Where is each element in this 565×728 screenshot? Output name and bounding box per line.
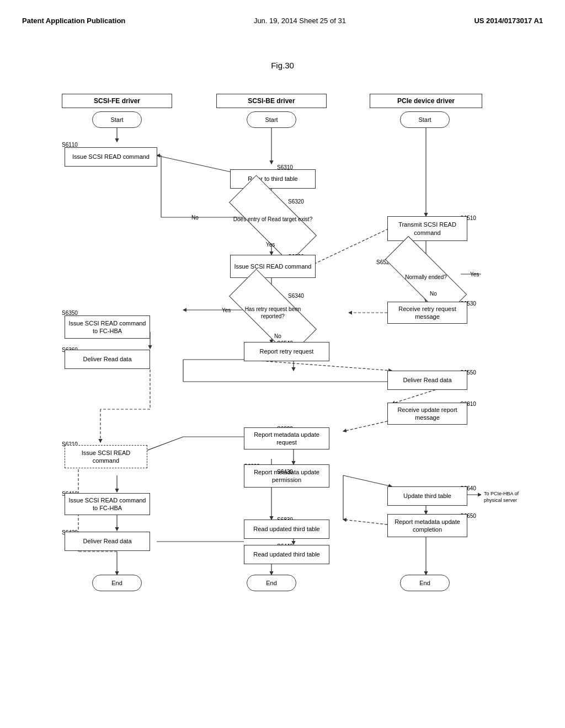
s6110-box: Issue SCSI READ command: [65, 147, 157, 167]
s6630-box: Report metadata update permission: [244, 464, 329, 488]
svg-line-19: [244, 360, 392, 371]
end-oval-2: End: [247, 575, 296, 591]
col-header-1: SCSI-FE driver: [62, 94, 172, 108]
s6210-box: Issue SCSI READ command: [65, 445, 147, 468]
page-header: Patent Application Publication Jun. 19, …: [22, 11, 543, 28]
end-oval-3: End: [400, 575, 450, 591]
s6330-box: Issue SCSI READ command: [230, 255, 316, 278]
svg-line-29: [343, 420, 392, 431]
s6360-box: Deliver Read data: [65, 350, 150, 369]
end-oval-1: End: [92, 575, 142, 591]
s6320-diamond: Does entry of Read target exist?: [230, 200, 316, 238]
s6650-box: Report metadata update completion: [387, 514, 467, 537]
header-center: Jun. 19, 2014 Sheet 25 of 31: [254, 17, 346, 25]
s6430-label: S6430: [277, 469, 293, 475]
figure-title: Fig.30: [22, 61, 543, 70]
s6530-box: Receive retry request message: [387, 302, 467, 324]
header-right: US 2014/0173017 A1: [474, 17, 543, 25]
header-left: Patent Application Publication: [22, 17, 125, 25]
s6810-box: Receive update report message: [387, 403, 467, 425]
s6310-box: Refer to third table: [230, 169, 316, 189]
start-oval-2: Start: [247, 111, 296, 128]
yes-label-s6340: Yes: [222, 307, 231, 313]
s6340-diamond: Has retry request been reported?: [230, 293, 316, 332]
s6350-box: Issue SCSI READ command to FC-HBA: [65, 315, 150, 339]
s6830-box: Read updated third table: [244, 520, 329, 539]
s6510-box: Transmit SCSI READ command: [387, 216, 467, 241]
diagram: SCSI-FE driver SCSI-BE driver PCIe devic…: [34, 78, 531, 619]
page: Patent Application Publication Jun. 19, …: [0, 0, 565, 728]
pcie-hba-note: To PCIe-HBA of physical server: [481, 486, 525, 508]
col-header-2: SCSI-BE driver: [216, 94, 327, 108]
s6520-diamond: Normally ended?: [385, 260, 467, 293]
s6440-box: Read updated third table: [244, 545, 329, 564]
start-oval-3: Start: [400, 111, 450, 128]
s6820-box: Report metadata update request: [244, 427, 329, 449]
col-header-3: PCIe device driver: [370, 94, 482, 108]
no-label-s6340: No: [274, 333, 281, 339]
svg-line-36: [343, 475, 392, 486]
yes-label-s6520: Yes: [470, 271, 479, 277]
s6540-box: Report retry request: [244, 342, 329, 361]
s6640-box: Update third table: [387, 486, 467, 506]
s6550-box: Deliver Read data: [387, 371, 467, 390]
no-label-s6320: No: [191, 215, 199, 221]
svg-line-38: [343, 520, 392, 525]
yes-label-s6320: Yes: [266, 242, 275, 248]
s6420-box: Deliver Read data: [65, 532, 150, 551]
start-oval-1: Start: [92, 111, 142, 128]
s6410-box: Issue SCSI READ command to FC-HBA: [65, 493, 150, 515]
no-label-s6520: No: [430, 291, 437, 297]
